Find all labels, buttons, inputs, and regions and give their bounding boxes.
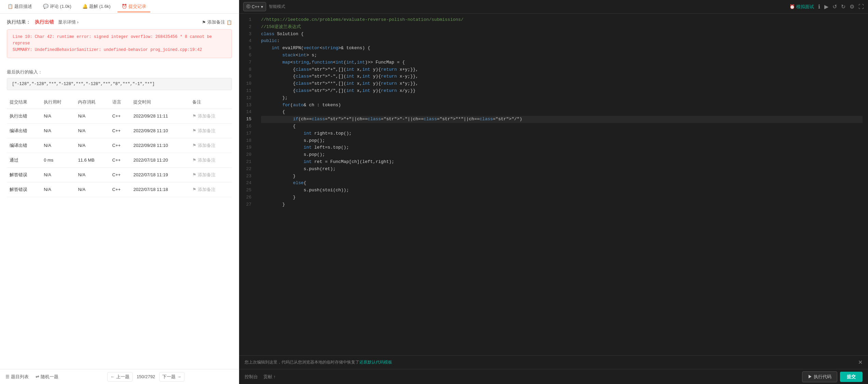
bottom-left: ☰ 题目列表 ⇌ 随机一题 — [5, 374, 58, 380]
tab-description[interactable]: 📋 题目描述 — [3, 1, 36, 12]
problem-list-button[interactable]: ☰ 题目列表 — [5, 374, 29, 380]
bottom-bar: ☰ 题目列表 ⇌ 随机一题 ← 上一题 150/2792 下一题 → — [0, 369, 239, 384]
prev-button[interactable]: ← 上一题 — [107, 372, 133, 382]
submit-time-cell: 2022/09/28 11:11 — [130, 109, 190, 123]
play-icon[interactable]: ▶ — [824, 3, 828, 10]
submissions-table-section: 提交结果 执行用时 内存消耗 语言 提交时间 备注 执行出错 N/A N/A C… — [0, 96, 239, 369]
line-number: 8 — [239, 66, 256, 73]
code-line: else{ — [261, 180, 863, 187]
editor-bottom-left: 控制台 贡献 ↑ — [245, 374, 276, 380]
code-line: } — [261, 194, 863, 201]
tab-submissions[interactable]: ⏰ 提交记录 — [118, 1, 150, 12]
flag-icon: ⚑ — [192, 187, 196, 192]
line-number: 23 — [239, 173, 256, 180]
note-cell[interactable]: ⚑添加备注 — [190, 153, 232, 167]
language-select[interactable]: ⓒ C++ ▾ — [243, 2, 266, 11]
col-status: 提交结果 — [7, 96, 41, 109]
tab-solution[interactable]: 🔔 题解 (1.6k) — [78, 1, 115, 12]
line-number: 15 — [239, 116, 256, 123]
interview-icon: ⏰ — [789, 4, 795, 9]
flag-icon: ⚑ — [192, 113, 196, 119]
result-header: 执行结果： 执行出错 显示详情 › ⚑ 添加备注 📋 — [7, 19, 232, 25]
code-line: int left=s.top(); — [261, 144, 863, 151]
status-cell: 执行出错 — [7, 109, 41, 123]
table-row[interactable]: 执行出错 N/A N/A C++ 2022/09/28 11:11 ⚑添加备注 — [7, 109, 232, 123]
memory-cell: N/A — [75, 123, 109, 138]
code-line: s.pop(); — [261, 151, 863, 159]
line-number: 14 — [239, 109, 256, 116]
input-label: 最后执行的输入： — [7, 69, 232, 75]
line-number: 12 — [239, 95, 256, 102]
console-tab[interactable]: 控制台 — [245, 374, 258, 380]
table-row[interactable]: 解答错误 N/A N/A C++ 2022/07/18 11:19 ⚑添加备注 — [7, 167, 232, 182]
submit-time-cell: 2022/09/28 11:10 — [130, 138, 190, 153]
col-time: 执行用时 — [41, 96, 75, 109]
code-line: { — [261, 109, 863, 116]
flag-icon: ⚑ — [192, 172, 196, 177]
comment-icon: 💬 — [43, 4, 49, 9]
line-number: 20 — [239, 151, 256, 159]
next-button[interactable]: 下一题 → — [159, 372, 184, 382]
code-line: stack<int> s; — [261, 52, 863, 59]
table-row[interactable]: 编译出错 N/A N/A C++ 2022/09/28 11:10 ⚑添加备注 — [7, 123, 232, 138]
line-number: 24 — [239, 180, 256, 187]
error-line-2: SUMMARY: UndefinedBehaviorSanitizer: und… — [13, 47, 226, 53]
code-line: {class="str">"*",[](int x,int y){return … — [261, 80, 863, 87]
code-line: for(auto& ch : tokens) — [261, 102, 863, 109]
line-number: 7 — [239, 59, 256, 66]
run-code-button[interactable]: ▶ 执行代码 — [802, 371, 837, 382]
restore-template-link[interactable]: 还原默认代码模板 — [359, 359, 392, 365]
table-row[interactable]: 通过 0 ms 11.6 MB C++ 2022/07/18 11:20 ⚑添加… — [7, 153, 232, 167]
code-line: int ret = FuncMap[ch](left,right); — [261, 159, 863, 166]
note-cell[interactable]: ⚑添加备注 — [190, 109, 232, 123]
col-memory: 内存消耗 — [75, 96, 109, 109]
line-number: 6 — [239, 52, 256, 59]
tab-comment[interactable]: 💬 评论 (1.0k) — [39, 1, 75, 12]
submit-button[interactable]: 提交 — [840, 372, 863, 382]
time-cell: N/A — [41, 182, 75, 197]
code-content[interactable]: //https://leetcode.cn/problems/evaluate-… — [256, 14, 868, 355]
memory-cell: N/A — [75, 182, 109, 197]
note-cell[interactable]: ⚑添加备注 — [190, 167, 232, 182]
smart-mode-label: 智能模式 — [269, 4, 285, 10]
add-note-button[interactable]: ⚑ 添加备注 📋 — [202, 19, 232, 25]
line-number: 26 — [239, 194, 256, 201]
table-row[interactable]: 编译出错 N/A N/A C++ 2022/09/28 11:10 ⚑添加备注 — [7, 138, 232, 153]
description-icon: 📋 — [8, 4, 13, 9]
info-icon[interactable]: ℹ — [818, 3, 820, 10]
settings-icon[interactable]: ⚙ — [850, 3, 854, 10]
line-number: 22 — [239, 166, 256, 173]
random-button[interactable]: ⇌ 随机一题 — [36, 374, 58, 380]
result-label: 执行结果： — [7, 19, 31, 25]
undo-icon[interactable]: ↺ — [832, 3, 837, 10]
col-note: 备注 — [190, 96, 232, 109]
line-number: 11 — [239, 87, 256, 95]
code-editor-content: 1234567891011121314151617181920212223242… — [239, 14, 868, 355]
note-cell[interactable]: ⚑添加备注 — [190, 138, 232, 153]
code-line: int right=s.top(); — [261, 130, 863, 137]
lang-cell: C++ — [110, 138, 131, 153]
code-line: s.push(ret); — [261, 166, 863, 173]
submit-time-cell: 2022/07/18 11:19 — [130, 167, 190, 182]
line-number: 2 — [239, 24, 256, 31]
code-line: {class="str">"-",[](int x,int y){return … — [261, 73, 863, 80]
note-cell[interactable]: ⚑添加备注 — [190, 182, 232, 197]
code-line: {class="str">"+",[](int x,int y){return … — [261, 66, 863, 73]
editor-notice: 您上次编辑到这里，代码已从您浏览器本地的临时存储中恢复了 还原默认代码模板 ✕ — [239, 355, 868, 369]
memory-cell: N/A — [75, 138, 109, 153]
redo-icon[interactable]: ↻ — [841, 3, 845, 10]
line-number: 9 — [239, 73, 256, 80]
error-line-1: Line 10: Char 42: runtime error: signed … — [13, 34, 226, 47]
table-row[interactable]: 解答错误 N/A N/A C++ 2022/07/18 11:18 ⚑添加备注 — [7, 182, 232, 197]
contribute-tab[interactable]: 贡献 ↑ — [263, 374, 276, 380]
code-line: } — [261, 173, 863, 180]
note-cell[interactable]: ⚑添加备注 — [190, 123, 232, 138]
editor-toolbar: ⓒ C++ ▾ 智能模式 ⏰ 模拟面试 ℹ ▶ ↺ ↻ ⚙ ⛶ — [239, 0, 868, 14]
show-detail-button[interactable]: 显示详情 › — [58, 19, 79, 25]
mock-interview-button[interactable]: ⏰ 模拟面试 — [789, 4, 814, 10]
fullscreen-icon[interactable]: ⛶ — [858, 4, 864, 10]
code-area[interactable]: 1234567891011121314151617181920212223242… — [239, 14, 868, 355]
bottom-center: ← 上一题 150/2792 下一题 → — [107, 372, 184, 382]
notice-close-button[interactable]: ✕ — [858, 359, 863, 366]
lang-cell: C++ — [110, 182, 131, 197]
